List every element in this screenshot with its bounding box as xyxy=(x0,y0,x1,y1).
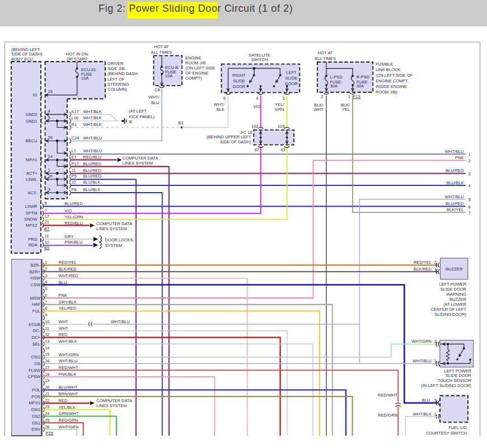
svg-text:DS1: DS1 xyxy=(32,421,40,426)
svg-text:P25: P25 xyxy=(46,431,53,436)
svg-text:CPSW: CPSW xyxy=(28,374,41,379)
svg-text:13: 13 xyxy=(45,339,49,344)
svg-text:102: 102 xyxy=(251,124,259,129)
svg-text:DOOR: DOOR xyxy=(233,84,246,89)
svg-text:17: 17 xyxy=(45,214,49,219)
svg-text:GND1: GND1 xyxy=(26,119,38,124)
svg-text:BRN/WHT: BRN/WHT xyxy=(59,391,78,396)
svg-text:COMPUTER DATA: COMPUTER DATA xyxy=(96,398,132,403)
svg-text:CENTER OF LEFT: CENTER OF LEFT xyxy=(430,307,466,312)
svg-text:11: 11 xyxy=(45,326,49,331)
svg-text:LINES SYSTEM: LINES SYSTEM xyxy=(96,403,127,408)
svg-text:MSW: MSW xyxy=(30,296,41,301)
svg-text:SLIDE DOOR: SLIDE DOOR xyxy=(446,373,472,378)
svg-text:16: 16 xyxy=(45,358,49,363)
svg-text:GRY: GRY xyxy=(64,234,73,239)
svg-text:SLIDING DOOR): SLIDING DOOR) xyxy=(434,312,467,317)
svg-text:30A: 30A xyxy=(357,83,364,88)
svg-text:RED/BLU: RED/BLU xyxy=(83,155,102,160)
svg-text:FUSIBLE: FUSIBLE xyxy=(376,62,393,67)
svg-text:P17: P17 xyxy=(72,161,79,166)
svg-text:LEFT POWER: LEFT POWER xyxy=(439,282,466,287)
svg-text:J2: J2 xyxy=(72,180,76,185)
svg-text:COMPT): COMPT) xyxy=(185,76,202,81)
svg-text:DOOR LOCKS: DOOR LOCKS xyxy=(105,237,133,242)
svg-text:ACT-: ACT- xyxy=(27,190,38,195)
svg-text:PNK/BLU: PNK/BLU xyxy=(64,240,82,245)
svg-text:103: 103 xyxy=(278,124,285,129)
svg-text:LINES SYSTEM: LINES SYSTEM xyxy=(96,226,127,231)
svg-text:15: 15 xyxy=(45,352,49,357)
svg-text:19: 19 xyxy=(45,378,49,383)
svg-text:LSWR: LSWR xyxy=(25,204,38,209)
svg-text:GRN: GRN xyxy=(275,107,284,112)
svg-text:WHT/BLU: WHT/BLU xyxy=(445,149,464,154)
svg-text:23: 23 xyxy=(45,404,49,409)
svg-text:7: 7 xyxy=(469,211,471,216)
svg-text:L16: L16 xyxy=(72,115,79,120)
svg-text:DS2: DS2 xyxy=(32,414,40,419)
svg-text:1: 1 xyxy=(434,358,437,363)
svg-text:HOT AT: HOT AT xyxy=(154,44,169,49)
svg-text:MPX1: MPX1 xyxy=(26,157,37,162)
svg-text:BLU: BLU xyxy=(151,100,160,105)
svg-text:POL: POL xyxy=(32,388,40,393)
svg-text:LINK BLOCK: LINK BLOCK xyxy=(376,67,400,72)
svg-text:BLU/RED: BLU/RED xyxy=(446,168,464,173)
svg-text:ENGINE: ENGINE xyxy=(185,55,202,60)
svg-text:3: 3 xyxy=(45,273,47,278)
svg-text:(AT LEFT: (AT LEFT xyxy=(129,109,147,114)
svg-text:DOOR: DOOR xyxy=(285,81,298,86)
svg-text:3: 3 xyxy=(469,171,471,176)
svg-text:WHT/BLK: WHT/BLK xyxy=(83,109,102,114)
svg-text:SLIDE: SLIDE xyxy=(233,78,245,83)
svg-text:MPX1: MPX1 xyxy=(29,400,40,405)
svg-text:OR START: OR START xyxy=(67,57,88,62)
svg-text:PNK: PNK xyxy=(455,155,463,160)
svg-text:7: 7 xyxy=(45,300,47,305)
svg-text:DSG: DSG xyxy=(31,407,40,412)
svg-text:L7: L7 xyxy=(72,148,76,153)
svg-text:SIDE OF DASH): SIDE OF DASH) xyxy=(220,139,251,144)
svg-text:FUEL LID: FUEL LID xyxy=(448,425,467,430)
svg-text:R1: R1 xyxy=(72,122,77,127)
svg-text:92: 92 xyxy=(254,147,259,152)
svg-text:22: 22 xyxy=(45,398,49,403)
svg-text:KICK PANEL): KICK PANEL) xyxy=(129,114,155,119)
svg-text:4: 4 xyxy=(469,183,471,188)
svg-text:93: 93 xyxy=(280,147,285,152)
svg-text:BECU: BECU xyxy=(26,138,38,143)
svg-text:2: 2 xyxy=(45,267,47,272)
svg-text:1: 1 xyxy=(469,152,471,157)
svg-text:GRN/WHT: GRN/WHT xyxy=(59,411,79,416)
svg-text:ALL TIMES: ALL TIMES xyxy=(151,50,172,55)
svg-text:IE: IE xyxy=(129,119,133,124)
svg-text:ECUB: ECUB xyxy=(29,322,40,327)
svg-text:BLU/RED: BLU/RED xyxy=(64,201,83,206)
svg-text:YEL/GRN: YEL/GRN xyxy=(64,214,83,220)
svg-text:2: 2 xyxy=(434,260,437,265)
svg-text:2: 2 xyxy=(469,158,471,164)
svg-text:BLU/BLK: BLU/BLK xyxy=(83,187,101,192)
svg-text:6: 6 xyxy=(469,204,471,209)
svg-text:LEFT POWER: LEFT POWER xyxy=(444,368,471,374)
svg-text:1: 1 xyxy=(348,94,350,99)
svg-text:SIDE J/B: SIDE J/B xyxy=(107,66,124,71)
svg-text:20: 20 xyxy=(45,385,49,390)
svg-text:COLUMN): COLUMN) xyxy=(107,87,128,92)
svg-text:14: 14 xyxy=(45,346,49,351)
svg-text:WHT/BLU: WHT/BLU xyxy=(59,358,78,363)
svg-text:21: 21 xyxy=(45,220,49,225)
svg-text:WHT/BLK: WHT/BLK xyxy=(413,412,432,417)
svg-text:B1: B1 xyxy=(179,120,184,125)
svg-text:E7: E7 xyxy=(72,155,77,160)
svg-text:YEL/RED: YEL/RED xyxy=(59,306,77,311)
svg-text:DRIVER: DRIVER xyxy=(107,61,124,66)
svg-text:WHT: WHT xyxy=(313,107,323,112)
svg-text:24: 24 xyxy=(45,411,49,416)
svg-text:SFTM: SFTM xyxy=(26,211,37,216)
svg-text:VIO: VIO xyxy=(64,208,72,213)
svg-text:10A: 10A xyxy=(81,76,88,81)
svg-text:WHT: WHT xyxy=(59,326,68,331)
svg-text:F13: F13 xyxy=(353,94,360,99)
